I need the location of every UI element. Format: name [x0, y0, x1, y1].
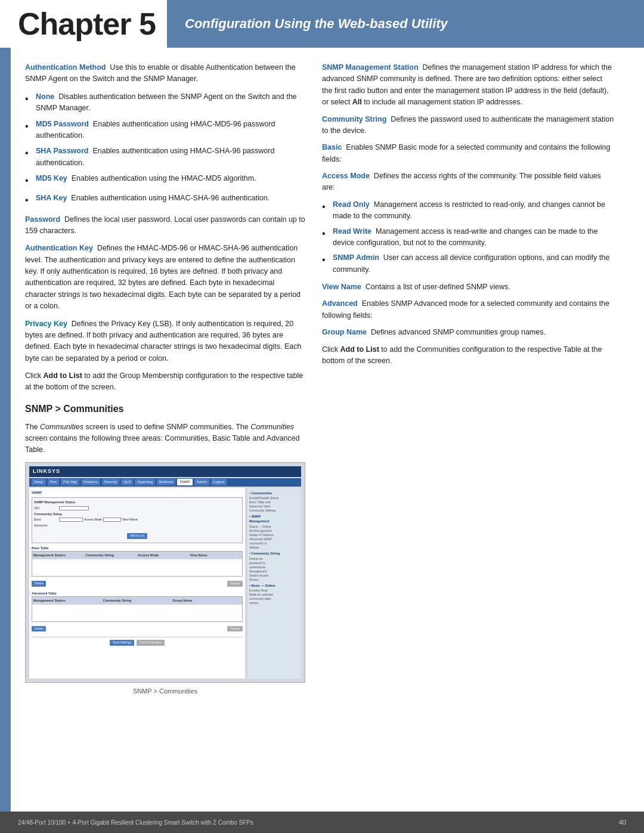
bullet-text: Read Write Management access is read-wri… — [333, 226, 614, 249]
bullet-term-none: None — [36, 92, 54, 101]
advanced-table-header: Management Station Community String Grou… — [32, 597, 242, 605]
side-text-communities: Enable/Disable StatusBasic Table andAdva… — [249, 496, 299, 513]
nav-tab-port: Port — [48, 479, 59, 485]
advanced-table-buttons: Delete Cancel — [32, 625, 243, 633]
advanced-term: Advanced — [322, 299, 358, 308]
screenshot-wrap: LINKSYS Setup Port PoE Mgt Statistics Se… — [25, 462, 305, 683]
nav-tab-multicast: Multicast — [157, 479, 176, 485]
form-row-oid: OID — [34, 506, 240, 511]
advanced-text: Enables SNMP Advanced mode for a selecte… — [322, 299, 609, 319]
bullet-term-shapw: SHA Password — [36, 147, 88, 155]
bullet-text: SHA Key Enables authentication using HMA… — [36, 193, 305, 204]
header-title-bar: Configuration Using the Web-based Utilit… — [167, 0, 644, 48]
nav-tab-poe: PoE Mgt — [61, 479, 79, 485]
base-table-label: Base Table — [32, 546, 243, 551]
password-para: Password Defines the local user password… — [25, 214, 305, 237]
delete-button-base[interactable]: Delete — [32, 581, 46, 587]
basic-text: Enables SNMP Basic mode for a selected c… — [322, 143, 610, 163]
community-string-para: Community String Defines the password us… — [322, 114, 614, 137]
auth-method-para: Authentication Method Use this to enable… — [25, 62, 305, 85]
bullet-dot: • — [322, 199, 333, 215]
basic-para: Basic Enables SNMP Basic mode for a sele… — [322, 142, 614, 165]
linksys-logo: LINKSYS — [33, 467, 60, 476]
community-setup-label: Community Setup — [34, 512, 240, 517]
advanced-table-body — [32, 605, 242, 621]
access-bullet-list: • Read Only Management access is restric… — [322, 199, 614, 275]
list-item: • SNMP Admin User can access all device … — [322, 252, 614, 275]
cancel-button-advanced[interactable]: Cancel — [227, 626, 243, 632]
main-panel: SNMP SNMP Management Status OID Communit… — [29, 488, 245, 679]
content-area: Authentication Method Use this to enable… — [11, 48, 644, 812]
nav-tab-stats: Statistics — [81, 479, 100, 485]
bullet-text: MD5 Key Enables authentication using the… — [36, 173, 305, 184]
all-bold: All — [352, 98, 362, 106]
nav-tab-spanning: Spanning — [135, 479, 154, 485]
nav-tab-logout: Logout — [211, 479, 227, 485]
basic-term: Basic — [322, 143, 342, 151]
bullet-term-shakey: SHA Key — [36, 194, 67, 202]
list-item: • SHA Key Enables authentication using H… — [25, 193, 305, 208]
nav-bar-row: Setup Port PoE Mgt Statistics Security Q… — [29, 478, 301, 487]
side-title-basic: • Basic — Define — [249, 584, 299, 589]
add-to-list-bold: Add to List — [44, 371, 82, 380]
nav-tab-snmp: SNMP — [177, 479, 192, 485]
footer-left-text: 24/48-Port 10/100 + 4-Port Gigabit Resil… — [18, 819, 253, 826]
community-string-term: Community String — [322, 115, 386, 123]
group-name-para: Group Name Defines advanced SNMP communi… — [322, 327, 614, 338]
add-to-list-button[interactable]: Add to List — [127, 533, 147, 539]
nav-tab-admin: Admin — [194, 479, 209, 485]
form-input-oid — [59, 506, 89, 510]
left-accent-bar — [0, 48, 11, 812]
auth-key-term: Authentication Key — [25, 244, 93, 252]
form-row-basic: Basic Access Mode View Name — [34, 518, 240, 522]
password-text: Defines the local user password. Local u… — [25, 215, 305, 235]
right-column: SNMP Management Station Defines the mana… — [322, 62, 614, 800]
list-item: • Read Only Management access is restric… — [322, 199, 614, 222]
page-title: Configuration Using the Web-based Utilit… — [185, 16, 448, 32]
side-title-communities: • Communities — [249, 491, 299, 496]
group-name-term: Group Name — [322, 328, 367, 336]
cancel-button-base[interactable]: Cancel — [227, 581, 243, 587]
base-table: Management Station Community String Acce… — [32, 551, 243, 577]
form-input-viewname — [103, 518, 121, 522]
read-write-term: Read Write — [333, 227, 371, 236]
page-body: Authentication Method Use this to enable… — [0, 48, 644, 812]
read-only-term: Read Only — [333, 200, 370, 209]
side-panel: • Communities Enable/Disable StatusBasic… — [247, 488, 301, 679]
snmp-mgmt-term: SNMP Management Station — [322, 63, 419, 72]
page-footer: 24/48-Port 10/100 + 4-Port Gigabit Resil… — [0, 812, 644, 833]
base-table-buttons: Delete Cancel — [32, 580, 243, 587]
content-box: SNMP SNMP Management Status OID Communit… — [29, 488, 301, 679]
bullet-dot: • — [25, 91, 36, 107]
group-name-text: Defines advanced SNMP communities group … — [371, 328, 546, 336]
auth-key-text: Defines the HMAC-MD5-96 or HMAC-SHA-96 a… — [25, 244, 301, 310]
save-cancel-row: Save Settings Cancel Changes — [32, 637, 243, 646]
right-add-to-list-bold: Add to List — [340, 345, 379, 354]
access-mode-para: Access Mode Defines the access rights of… — [322, 171, 614, 194]
bullet-text: SNMP Admin User can access all device co… — [333, 252, 614, 275]
snmp-mgmt-para: SNMP Management Station Defines the mana… — [322, 62, 614, 109]
snmp-communities-heading: SNMP > Communities — [25, 402, 305, 417]
page-header: Chapter 5 Configuration Using the Web-ba… — [0, 0, 644, 48]
auth-bullet-list: • None Disables authentication between t… — [25, 91, 305, 208]
bullet-term-md5pw: MD5 Password — [36, 120, 89, 128]
list-item: • Read Write Management access is read-w… — [322, 226, 614, 249]
advanced-table-label: Advanced Table — [32, 591, 243, 596]
screenshot-inner: LINKSYS Setup Port PoE Mgt Statistics Se… — [26, 463, 305, 682]
side-title-snmp-mgmt: • SNMPManagement — [249, 515, 299, 524]
advanced-para: Advanced Enables SNMP Advanced mode for … — [322, 298, 614, 321]
save-settings-button[interactable]: Save Settings — [110, 640, 134, 646]
add-to-list-btn-wrap: Add to List — [34, 529, 240, 540]
left-column: Authentication Method Use this to enable… — [25, 62, 305, 800]
delete-button-advanced[interactable]: Delete — [32, 626, 46, 632]
nav-tab-security: Security — [102, 479, 120, 485]
list-item: • MD5 Password Enables authentication us… — [25, 119, 305, 142]
advanced-table: Management Station Community String Grou… — [32, 596, 243, 622]
bullet-dot: • — [25, 173, 36, 188]
footer-page-number: 40 — [619, 819, 626, 826]
access-mode-term: Access Mode — [322, 172, 370, 180]
bullet-dot: • — [25, 145, 36, 161]
cancel-changes-button[interactable]: Cancel Changes — [137, 640, 165, 646]
side-text-community-string: Define thepassword toauthenticateManagem… — [249, 557, 299, 582]
form-title: SNMP Management Status — [34, 500, 240, 505]
